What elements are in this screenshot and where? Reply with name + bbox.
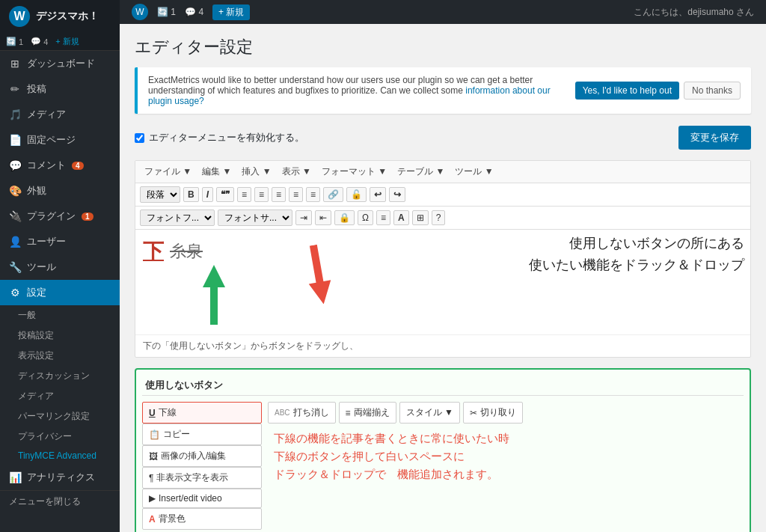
new-button[interactable]: + 新規 bbox=[55, 36, 79, 47]
quote-button[interactable]: ❝❞ bbox=[216, 187, 234, 202]
sidebar-item-media[interactable]: 🎵 メディア bbox=[0, 102, 120, 127]
plugins-badge: 1 bbox=[82, 213, 94, 221]
site-logo[interactable]: W デジスマホ！ bbox=[0, 0, 120, 33]
media-icon: 🎵 bbox=[9, 108, 21, 120]
comments-icon[interactable]: 💬 4 bbox=[31, 37, 48, 46]
link-button[interactable]: 🔗 bbox=[323, 187, 343, 202]
yes-button[interactable]: Yes, I'd like to help out bbox=[575, 82, 679, 100]
sidebar-sub-tinymce[interactable]: TinyMCE Advanced bbox=[0, 447, 120, 465]
dashboard-icon: ⊞ bbox=[9, 58, 21, 70]
unused-btn-underline[interactable]: U 下線 bbox=[142, 402, 262, 424]
align-justify-button[interactable]: ≡ bbox=[289, 187, 303, 202]
topbar-comments[interactable]: 💬 4 bbox=[185, 7, 203, 17]
sidebar-sub-permalink[interactable]: パーマリンク設定 bbox=[0, 406, 120, 426]
italic-button[interactable]: I bbox=[202, 187, 213, 202]
close-menu-button[interactable]: メニューを閉じる bbox=[0, 490, 120, 513]
sidebar-sub-media[interactable]: メディア bbox=[0, 386, 120, 406]
toolbar2-btn4[interactable]: Ω bbox=[358, 210, 373, 225]
menu-tools[interactable]: ツール ▼ bbox=[450, 164, 497, 180]
align-center-button[interactable]: ≡ bbox=[254, 187, 269, 202]
toolbar2-btn6[interactable]: A bbox=[393, 210, 409, 225]
toolbar2-btn7[interactable]: ⊞ bbox=[412, 210, 429, 225]
site-name: デジスマホ！ bbox=[36, 10, 99, 23]
appearance-icon: 🎨 bbox=[9, 185, 21, 197]
sidebar-sub-general[interactable]: 一般 bbox=[0, 305, 120, 325]
sidebar-item-users[interactable]: 👤 ユーザー bbox=[0, 229, 120, 254]
sidebar-item-tools[interactable]: 🔧 ツール bbox=[0, 254, 120, 280]
align-left-button[interactable]: ≡ bbox=[237, 187, 251, 202]
redo-button[interactable]: ↪ bbox=[389, 187, 405, 202]
editor-hint: 下の「使用しないボタン」からボタンをドラッグし、 bbox=[135, 334, 750, 357]
unused-btn-justify[interactable]: ≡ 両端揃え bbox=[339, 402, 396, 424]
sidebar-item-plugins[interactable]: 🔌 プラグイン 1 bbox=[0, 204, 120, 229]
sidebar-item-comments[interactable]: 💬 コメント 4 bbox=[0, 153, 120, 178]
sidebar-menu: ⊞ ダッシュボード ✏ 投稿 🎵 メディア 📄 固定ページ 💬 コメント 4 🎨… bbox=[0, 51, 120, 532]
unused-title: 使用しないボタン bbox=[142, 376, 744, 396]
notice-text: ExactMetrics would like to better unders… bbox=[148, 75, 566, 106]
pages-icon: 📄 bbox=[9, 134, 21, 146]
settings-icon: ⚙ bbox=[9, 287, 21, 299]
sidebar-item-pages[interactable]: 📄 固定ページ bbox=[0, 127, 120, 153]
unused-btn-copy[interactable]: 📋 コピー bbox=[142, 424, 262, 445]
menu-edit[interactable]: 編集 ▼ bbox=[197, 164, 236, 180]
comments-badge: 4 bbox=[72, 162, 84, 170]
sidebar-item-label: ユーザー bbox=[27, 235, 66, 248]
menu-format[interactable]: フォーマット ▼ bbox=[317, 164, 391, 180]
tools-icon: 🔧 bbox=[9, 261, 21, 273]
sidebar-item-label: コメント bbox=[27, 159, 66, 172]
format-select[interactable]: 段落 bbox=[140, 186, 180, 203]
wp-topbar-icon: W bbox=[132, 4, 148, 20]
menu-file[interactable]: ファイル ▼ bbox=[140, 164, 196, 180]
sidebar-sub-display[interactable]: 表示設定 bbox=[0, 346, 120, 366]
underline-icon: U bbox=[149, 408, 156, 418]
sidebar-sub-discussion[interactable]: ディスカッション bbox=[0, 366, 120, 386]
font-family-select[interactable]: フォントフ... bbox=[140, 210, 215, 226]
align-right-button[interactable]: ≡ bbox=[272, 187, 286, 202]
toolbar2-btn2[interactable]: ⇤ bbox=[315, 210, 331, 225]
editor-wrapper: ファイル ▼ 編集 ▼ 挿入 ▼ 表示 ▼ フォーマット ▼ テーブル ▼ ツー… bbox=[135, 160, 751, 358]
unused-btn-video[interactable]: ▶ Insert/edit video bbox=[142, 489, 262, 508]
sidebar-item-dashboard[interactable]: ⊞ ダッシュボード bbox=[0, 51, 120, 76]
plugins-icon: 🔌 bbox=[9, 210, 21, 222]
toolbar2-btn3[interactable]: 🔒 bbox=[334, 210, 355, 225]
unused-btn-cut[interactable]: ✂ 切り取り bbox=[463, 402, 523, 424]
menu-insert[interactable]: 挿入 ▼ bbox=[237, 164, 275, 180]
sidebar-item-settings[interactable]: ⚙ 設定 bbox=[0, 280, 120, 305]
bgcolor-icon: A bbox=[149, 514, 156, 525]
unused-btn-image[interactable]: 🖼 画像の挿入/編集 bbox=[142, 445, 262, 467]
sidebar-item-appearance[interactable]: 🎨 外観 bbox=[0, 178, 120, 204]
strikethrough-icon: ABC bbox=[275, 409, 290, 417]
undo-button[interactable]: ↩ bbox=[370, 187, 386, 202]
updates-icon[interactable]: 🔄 1 bbox=[6, 37, 23, 46]
sidebar-item-posts[interactable]: ✏ 投稿 bbox=[0, 76, 120, 102]
font-size-select[interactable]: フォントサ... bbox=[218, 210, 292, 226]
menu-table[interactable]: テーブル ▼ bbox=[393, 164, 449, 180]
unused-btn-style[interactable]: スタイル ▼ bbox=[399, 402, 460, 424]
cut-icon: ✂ bbox=[470, 408, 477, 418]
sidebar-sub-posts-settings[interactable]: 投稿設定 bbox=[0, 325, 120, 346]
list-button[interactable]: ≡ bbox=[306, 187, 320, 202]
menu-view[interactable]: 表示 ▼ bbox=[278, 164, 316, 180]
unlink-button[interactable]: 🔓 bbox=[346, 187, 367, 202]
bold-button[interactable]: B bbox=[183, 187, 199, 202]
sidebar-item-label: ダッシュボード bbox=[27, 57, 95, 70]
toolbar2-btn1[interactable]: ⇥ bbox=[295, 210, 312, 225]
sidebar-item-analytics[interactable]: 📊 アナリティクス bbox=[0, 465, 120, 490]
unused-btn-bgcolor[interactable]: A 背景色 bbox=[142, 508, 262, 530]
sample-strikethrough-text: 糸泉 bbox=[170, 240, 203, 263]
topbar-updates[interactable]: 🔄 1 bbox=[157, 7, 176, 17]
toolbar2-btn5[interactable]: ≡ bbox=[376, 210, 390, 225]
no-button[interactable]: No thanks bbox=[684, 82, 741, 100]
save-button[interactable]: 変更を保存 bbox=[678, 126, 751, 150]
unused-btn-strikethrough[interactable]: ABC 打ち消し bbox=[268, 402, 336, 424]
enable-menu-checkbox[interactable] bbox=[135, 133, 144, 143]
sidebar-sub-privacy[interactable]: プライバシー bbox=[0, 426, 120, 447]
wp-icon: W bbox=[9, 6, 30, 27]
user-greeting: こんにちは、dejisumaho さん bbox=[634, 6, 754, 19]
image-icon: 🖼 bbox=[149, 451, 158, 462]
toolbar2-btn8[interactable]: ? bbox=[432, 210, 446, 225]
analytics-icon: 📊 bbox=[9, 471, 21, 483]
unused-btn-invisibles[interactable]: ¶ 非表示文字を表示 bbox=[142, 467, 262, 489]
enable-menu-label: エディターメニューを有効化する。 bbox=[135, 131, 304, 144]
new-post-button[interactable]: + 新規 bbox=[212, 4, 250, 20]
